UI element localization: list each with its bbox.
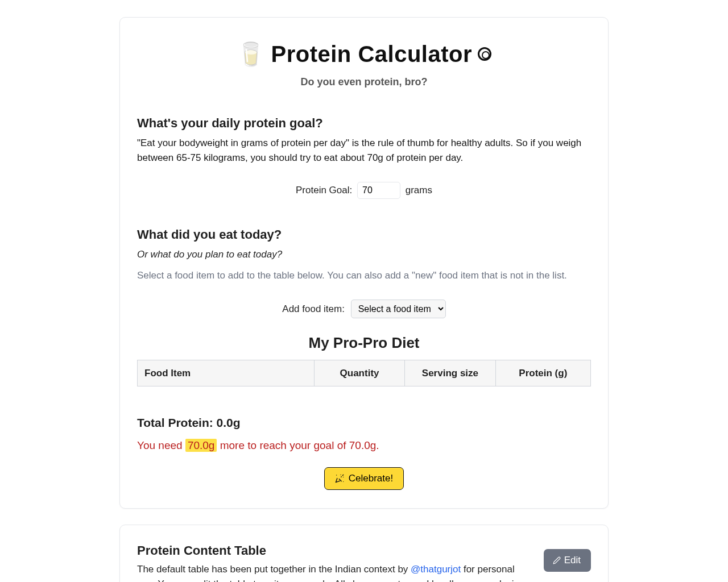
col-serving-size: Serving size xyxy=(405,360,495,386)
title-block: 🥛 Protein Calculator Do you even protein… xyxy=(137,37,591,90)
protein-content-body: The default table has been put together … xyxy=(137,562,535,582)
protein-content-card: Protein Content Table The default table … xyxy=(119,525,609,582)
total-protein-line: Total Protein: 0.0g xyxy=(137,414,591,432)
add-food-row: Add food item: Select a food item xyxy=(137,300,591,318)
celebrate-button[interactable]: Celebrate! xyxy=(324,467,404,490)
eat-muted: Select a food item to add to the table b… xyxy=(137,268,591,283)
author-link[interactable]: @thatgurjot xyxy=(411,564,461,575)
food-table: Food Item Quantity Serving size Protein … xyxy=(137,360,591,387)
total-label: Total Protein: xyxy=(137,416,217,429)
goal-label: Protein Goal: xyxy=(296,185,352,196)
diet-title: My Pro-Pro Diet xyxy=(137,332,591,354)
food-select[interactable]: Select a food item xyxy=(351,300,446,318)
goal-unit: grams xyxy=(406,185,432,196)
goal-body: "Eat your bodyweight in grams of protein… xyxy=(137,136,591,166)
page-title: 🥛 Protein Calculator xyxy=(237,37,491,71)
col-quantity: Quantity xyxy=(314,360,404,386)
need-prefix: You need xyxy=(137,439,185,451)
protein-content-heading: Protein Content Table xyxy=(137,541,535,560)
goal-input-row: Protein Goal: grams xyxy=(137,182,591,199)
protein-goal-input[interactable] xyxy=(357,182,400,199)
goal-progress-line: You need 70.0g more to reach your goal o… xyxy=(137,438,591,454)
main-card: 🥛 Protein Calculator Do you even protein… xyxy=(119,17,609,509)
title-text: Protein Calculator xyxy=(271,37,472,71)
eat-sub: Or what do you plan to eat today? xyxy=(137,247,591,262)
spiral-icon xyxy=(478,47,491,61)
need-highlight: 70.0g xyxy=(185,439,217,452)
need-suffix: more to reach your goal of 70.0g. xyxy=(217,439,379,451)
add-food-label: Add food item: xyxy=(282,304,345,314)
col-food-item: Food Item xyxy=(138,360,315,386)
pencil-icon xyxy=(553,556,561,564)
eat-heading: What did you eat today? xyxy=(137,225,591,244)
milk-emoji: 🥛 xyxy=(237,37,266,71)
edit-button[interactable]: Edit xyxy=(544,549,591,572)
party-popper-icon xyxy=(335,474,344,483)
edit-label: Edit xyxy=(564,555,581,566)
total-value: 0.0g xyxy=(217,416,241,429)
celebrate-label: Celebrate! xyxy=(349,473,393,484)
goal-heading: What's your daily protein goal? xyxy=(137,114,591,132)
body-part1: The default table has been put together … xyxy=(137,564,411,575)
col-protein: Protein (g) xyxy=(495,360,590,386)
subtitle: Do you even protein, bro? xyxy=(137,74,591,90)
